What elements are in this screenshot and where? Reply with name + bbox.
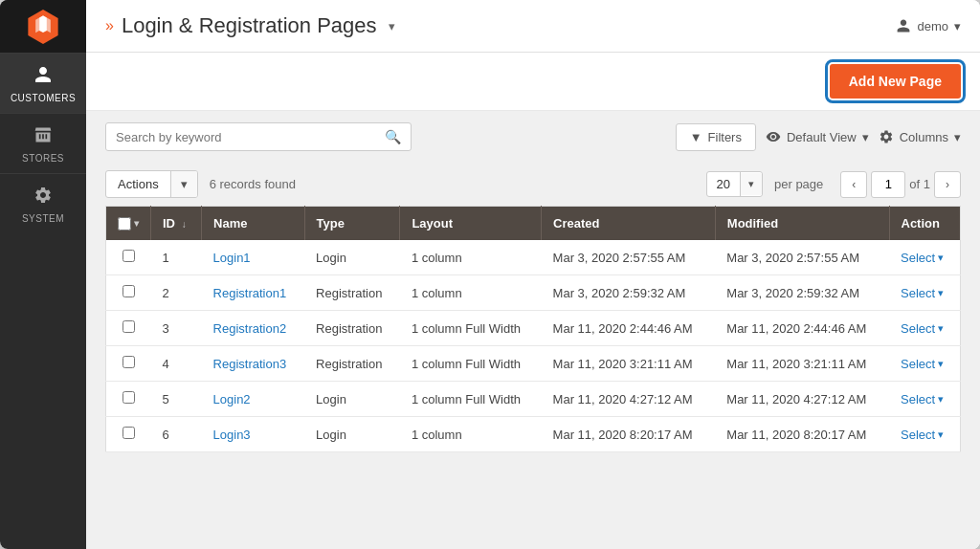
th-name-label: Name bbox=[213, 216, 247, 231]
customers-label: CUSTOMERS bbox=[11, 93, 76, 103]
main-content: » Login & Registration Pages ▾ demo ▾ Ad… bbox=[86, 0, 980, 549]
row-select-arrow-2[interactable]: ▾ bbox=[938, 322, 944, 335]
table-row: 3 Registration2 Registration 1 column Fu… bbox=[106, 311, 961, 346]
table-body: 1 Login1 Login 1 column Mar 3, 2020 2:57… bbox=[106, 240, 961, 452]
row-name-2: Registration2 bbox=[202, 311, 305, 346]
row-name-link-1[interactable]: Registration1 bbox=[213, 286, 287, 300]
per-page-selector[interactable]: 20 ▾ bbox=[706, 171, 763, 197]
row-name-link-4[interactable]: Login2 bbox=[213, 392, 251, 406]
sidebar-item-customers[interactable]: CUSTOMERS bbox=[0, 53, 86, 113]
row-name-link-5[interactable]: Login3 bbox=[213, 428, 251, 442]
row-id-3: 4 bbox=[151, 346, 202, 382]
id-sort-icon[interactable]: ↓ bbox=[182, 219, 187, 230]
table-row: 1 Login1 Login 1 column Mar 3, 2020 2:57… bbox=[106, 240, 961, 275]
th-type-label: Type bbox=[317, 216, 345, 231]
row-checkbox-3[interactable] bbox=[122, 356, 135, 368]
th-id-label: ID bbox=[163, 216, 175, 231]
row-created-4: Mar 11, 2020 4:27:12 AM bbox=[542, 382, 716, 417]
row-name-5: Login3 bbox=[202, 417, 305, 452]
actions-dropdown-arrow[interactable]: ▾ bbox=[171, 171, 197, 197]
row-created-3: Mar 11, 2020 3:21:11 AM bbox=[542, 346, 716, 382]
row-created-2: Mar 11, 2020 2:44:46 AM bbox=[542, 311, 716, 346]
row-layout-2: 1 column Full Width bbox=[400, 311, 542, 346]
user-dropdown-arrow: ▾ bbox=[954, 19, 961, 33]
eye-icon bbox=[766, 129, 781, 144]
row-checkbox-cell-2 bbox=[106, 311, 151, 346]
table-row: 4 Registration3 Registration 1 column Fu… bbox=[106, 346, 961, 382]
default-view-button[interactable]: Default View ▾ bbox=[766, 129, 869, 144]
row-select-link-0[interactable]: Select bbox=[901, 251, 935, 265]
row-checkbox-5[interactable] bbox=[122, 427, 135, 439]
sort-dropdown-arrow[interactable]: ▾ bbox=[134, 218, 139, 229]
th-layout: Layout bbox=[400, 207, 542, 241]
row-checkbox-2[interactable] bbox=[122, 320, 135, 333]
search-input[interactable] bbox=[116, 130, 385, 144]
th-name: Name bbox=[202, 207, 305, 241]
row-name-link-2[interactable]: Registration2 bbox=[213, 321, 287, 336]
row-checkbox-cell-0 bbox=[106, 240, 151, 275]
page-title-area: » Login & Registration Pages ▾ bbox=[105, 13, 395, 38]
sidebar-item-system[interactable]: SYSTEM bbox=[0, 173, 86, 233]
view-arrow: ▾ bbox=[862, 130, 869, 144]
row-created-5: Mar 11, 2020 8:20:17 AM bbox=[542, 417, 716, 452]
page-number-input[interactable] bbox=[871, 171, 905, 198]
row-action-cell-2: Select ▾ bbox=[889, 311, 961, 346]
row-type-2: Registration bbox=[304, 311, 400, 346]
row-modified-4: Mar 11, 2020 4:27:12 AM bbox=[715, 382, 889, 417]
filters-button[interactable]: ▼ Filters bbox=[676, 123, 756, 151]
row-select-link-2[interactable]: Select bbox=[901, 321, 935, 336]
grid-right-controls: ▼ Filters Default View ▾ Columns ▾ bbox=[676, 123, 961, 151]
th-type: Type bbox=[304, 207, 400, 241]
row-modified-0: Mar 3, 2020 2:57:55 AM bbox=[715, 240, 889, 275]
row-select-arrow-0[interactable]: ▾ bbox=[938, 252, 944, 264]
table-row: 6 Login3 Login 1 column Mar 11, 2020 8:2… bbox=[106, 417, 961, 452]
row-select-arrow-4[interactable]: ▾ bbox=[938, 393, 944, 406]
title-dropdown-arrow[interactable]: ▾ bbox=[389, 19, 395, 33]
row-select-arrow-3[interactable]: ▾ bbox=[938, 358, 944, 370]
table-row: 2 Registration1 Registration 1 column Ma… bbox=[106, 275, 961, 311]
actions-dropdown[interactable]: Actions ▾ bbox=[105, 170, 198, 198]
logo bbox=[0, 0, 86, 53]
columns-label: Columns bbox=[900, 130, 948, 144]
filter-icon: ▼ bbox=[690, 130, 702, 144]
row-select-link-1[interactable]: Select bbox=[901, 286, 935, 300]
row-select-link-5[interactable]: Select bbox=[901, 428, 935, 442]
row-select-arrow-1[interactable]: ▾ bbox=[938, 287, 944, 299]
row-checkbox-cell-3 bbox=[106, 346, 151, 382]
search-box: 🔍 bbox=[105, 122, 412, 151]
add-new-page-button[interactable]: Add New Page bbox=[830, 64, 961, 99]
row-name-link-0[interactable]: Login1 bbox=[213, 251, 251, 265]
prev-page-button[interactable]: ‹ bbox=[840, 171, 867, 198]
per-page-arrow[interactable]: ▾ bbox=[741, 173, 762, 195]
th-checkbox: ▾ bbox=[106, 207, 151, 241]
row-checkbox-1[interactable] bbox=[122, 285, 135, 297]
search-icon[interactable]: 🔍 bbox=[385, 129, 401, 144]
th-id: ID ↓ bbox=[151, 207, 202, 241]
row-layout-0: 1 column bbox=[400, 240, 542, 275]
select-all-checkbox[interactable] bbox=[118, 217, 131, 231]
page-header: » Login & Registration Pages ▾ demo ▾ bbox=[86, 0, 980, 53]
row-checkbox-0[interactable] bbox=[122, 250, 135, 262]
stores-icon bbox=[33, 125, 53, 149]
user-menu[interactable]: demo ▾ bbox=[896, 18, 961, 33]
default-view-label: Default View bbox=[787, 130, 857, 144]
columns-button[interactable]: Columns ▾ bbox=[879, 129, 961, 144]
row-select-link-4[interactable]: Select bbox=[901, 392, 935, 406]
stores-label: STORES bbox=[22, 153, 64, 164]
actions-row: Actions ▾ 6 records found 20 ▾ per page … bbox=[86, 163, 980, 206]
th-modified-label: Modified bbox=[727, 216, 778, 231]
row-select-link-3[interactable]: Select bbox=[901, 357, 935, 371]
sidebar-item-stores[interactable]: STORES bbox=[0, 113, 86, 173]
row-modified-5: Mar 11, 2020 8:20:17 AM bbox=[715, 417, 889, 452]
row-name-link-3[interactable]: Registration3 bbox=[213, 357, 287, 371]
next-page-button[interactable]: › bbox=[934, 171, 961, 198]
row-id-5: 6 bbox=[151, 417, 202, 452]
page-toolbar: Add New Page bbox=[86, 53, 980, 111]
row-id-0: 1 bbox=[151, 240, 202, 275]
grid-toolbar: 🔍 ▼ Filters Default View ▾ bbox=[86, 111, 980, 163]
sidebar: CUSTOMERS STORES SYSTEM bbox=[0, 0, 86, 549]
columns-arrow: ▾ bbox=[954, 130, 961, 144]
row-checkbox-4[interactable] bbox=[122, 391, 135, 404]
row-action-cell-3: Select ▾ bbox=[889, 346, 961, 382]
row-select-arrow-5[interactable]: ▾ bbox=[938, 428, 944, 441]
